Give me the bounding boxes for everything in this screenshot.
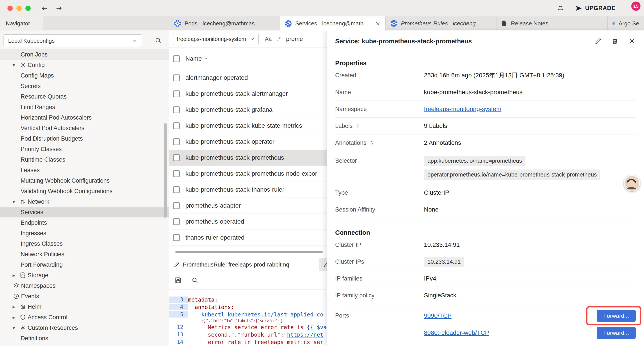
chevron-right-icon[interactable]: ▸ bbox=[10, 272, 18, 278]
horizontal-scrollbar[interactable] bbox=[175, 251, 323, 253]
delete-trash-icon[interactable] bbox=[612, 38, 618, 44]
sidebar-item-config-maps[interactable]: Config Maps bbox=[0, 70, 169, 81]
sidebar-item-horizontal-pod-autoscalers[interactable]: Horizontal Pod Autoscalers bbox=[0, 112, 169, 123]
yaml-editor[interactable]: 3 metadata: 4 annotations: 5 kubectl.kub… bbox=[169, 289, 326, 346]
close-window-button[interactable] bbox=[8, 6, 13, 11]
row-checkbox[interactable] bbox=[173, 186, 180, 193]
sidebar-item-ingresses[interactable]: Ingresses bbox=[0, 228, 169, 239]
kubernetes-icon bbox=[390, 20, 398, 27]
tab-pods[interactable]: Pods - icecheng@mathmas... bbox=[169, 16, 280, 30]
service-row[interactable]: prometheus-adapter bbox=[169, 198, 326, 214]
row-checkbox[interactable] bbox=[173, 122, 180, 129]
sidebar-item-endpoints[interactable]: Endpoints bbox=[0, 217, 169, 228]
edit-pencil-icon[interactable] bbox=[595, 38, 602, 44]
tab-prometheus-rules[interactable]: Prometheus Rules - icecheng... bbox=[386, 16, 496, 30]
service-row[interactable]: kube-prometheus-stack-kube-state-metrics bbox=[169, 118, 326, 134]
expand-updown-icon[interactable] bbox=[369, 140, 374, 145]
sidebar-item-network[interactable]: ▾ Network bbox=[0, 196, 169, 207]
save-icon[interactable] bbox=[174, 277, 182, 284]
notifications-bell-icon[interactable] bbox=[557, 5, 564, 12]
sidebar-item-priority-classes[interactable]: Priority Classes bbox=[0, 144, 169, 154]
sidebar-scrollbar[interactable] bbox=[164, 123, 166, 218]
sidebar-item-services[interactable]: Services bbox=[0, 207, 169, 217]
row-checkbox[interactable] bbox=[173, 202, 180, 209]
close-icon[interactable] bbox=[628, 37, 636, 45]
editor-tab-prometheusrule[interactable]: PrometheusRule: freeleaps-prod-rabbitmq bbox=[169, 258, 319, 271]
chevron-right-icon[interactable]: ▸ bbox=[10, 304, 18, 310]
row-checkbox[interactable] bbox=[173, 138, 180, 145]
row-checkbox[interactable] bbox=[173, 90, 180, 97]
search-input[interactable]: prome bbox=[286, 36, 303, 42]
list-search-box: Aa .* prome bbox=[265, 36, 323, 42]
sidebar-item-access-control[interactable]: ▸ Access Control bbox=[0, 312, 169, 323]
forward-button-8080[interactable]: Forward... bbox=[597, 327, 636, 339]
match-case-toggle[interactable]: Aa bbox=[265, 36, 272, 42]
editor-tab-bar: PrometheusRule: freeleaps-prod-rabbitmq bbox=[169, 258, 326, 271]
sidebar-item-network-policies[interactable]: Network Policies bbox=[0, 249, 169, 260]
port-link-9090[interactable]: 9090/TCP bbox=[424, 312, 452, 319]
service-row[interactable]: prometheus-operated bbox=[169, 214, 326, 230]
service-row[interactable]: kube-prometheus-stack-alertmanager bbox=[169, 86, 326, 102]
service-row[interactable]: kube-prometheus-stack-grafana bbox=[169, 102, 326, 118]
sidebar-item-vertical-pod-autoscalers[interactable]: Vertical Pod Autoscalers bbox=[0, 123, 169, 133]
editor-tab-partial[interactable] bbox=[319, 258, 326, 271]
port-link-8080[interactable]: 8080:reloader-web/TCP bbox=[424, 329, 489, 336]
tab-label: Services - icecheng@math... bbox=[295, 20, 368, 27]
tab-release-notes[interactable]: Release Notes bbox=[496, 16, 608, 30]
row-checkbox[interactable] bbox=[173, 170, 180, 177]
tab-close-icon[interactable] bbox=[375, 21, 380, 26]
editor-search-icon[interactable] bbox=[192, 277, 198, 284]
namespace-link[interactable]: freeleaps-monitoring-system bbox=[424, 106, 501, 113]
sidebar-item-pod-disruption-budgets[interactable]: Pod Disruption Budgets bbox=[0, 133, 169, 144]
user-avatar[interactable] bbox=[624, 175, 640, 191]
sidebar-item-ingress-classes[interactable]: Ingress Classes bbox=[0, 239, 169, 249]
sidebar-item-namespaces[interactable]: Namespaces bbox=[0, 281, 169, 291]
service-row[interactable]: kube-prometheus-stack-operator bbox=[169, 134, 326, 150]
name-column-header[interactable]: Name bbox=[186, 55, 208, 62]
sidebar-search-icon[interactable] bbox=[155, 37, 162, 44]
sidebar-item-events[interactable]: Events bbox=[0, 291, 169, 302]
regex-toggle[interactable]: .* bbox=[277, 36, 281, 42]
chevron-down-icon[interactable]: ▾ bbox=[10, 62, 18, 68]
row-checkbox[interactable] bbox=[173, 106, 180, 113]
sidebar-item-definitions[interactable]: Definitions bbox=[0, 333, 169, 344]
back-arrow-icon[interactable] bbox=[41, 5, 48, 11]
chevron-down-icon[interactable]: ▾ bbox=[10, 325, 18, 331]
tab-services[interactable]: Services - icecheng@math... bbox=[280, 16, 386, 31]
select-all-checkbox[interactable] bbox=[173, 55, 180, 62]
service-row-selected[interactable]: kube-prometheus-stack-prometheus bbox=[169, 150, 326, 166]
service-row[interactable]: alertmanager-operated bbox=[169, 70, 326, 86]
sidebar-item-config[interactable]: ▾ Config bbox=[0, 60, 169, 70]
minimize-window-button[interactable] bbox=[16, 6, 22, 11]
row-checkbox[interactable] bbox=[173, 218, 180, 225]
expand-updown-icon[interactable] bbox=[355, 123, 360, 129]
sidebar-item-runtime-classes[interactable]: Runtime Classes bbox=[0, 154, 169, 165]
upgrade-button[interactable]: UPGRADE bbox=[576, 5, 616, 11]
forward-button-9090[interactable]: Forward... bbox=[597, 310, 636, 322]
sidebar-item-storage[interactable]: ▸ Storage bbox=[0, 270, 169, 281]
service-row[interactable]: kube-prometheus-stack-thanos-ruler bbox=[169, 182, 326, 198]
sidebar-item-leases[interactable]: Leases bbox=[0, 165, 169, 175]
service-row[interactable]: thanos-ruler-operated bbox=[169, 230, 326, 246]
maximize-window-button[interactable] bbox=[26, 6, 31, 11]
forward-arrow-icon[interactable] bbox=[56, 5, 62, 11]
row-checkbox[interactable] bbox=[173, 234, 180, 241]
kubeconfig-selector[interactable]: Local Kubeconfigs bbox=[4, 34, 142, 47]
sidebar-item-port-forwarding[interactable]: Port Forwarding bbox=[0, 260, 169, 270]
chevron-down-icon[interactable]: ▾ bbox=[10, 199, 18, 205]
sidebar-item-resource-quotas[interactable]: Resource Quotas bbox=[0, 91, 169, 102]
sidebar-item-helm[interactable]: ▸ Helm bbox=[0, 302, 169, 312]
service-row[interactable]: kube-prometheus-stack-prometheus-node-ex… bbox=[169, 166, 326, 182]
chevron-right-icon[interactable]: ▸ bbox=[10, 315, 18, 320]
namespace-selector[interactable]: freeleaps-monitoring-system bbox=[173, 33, 259, 45]
sidebar-item-validating-webhook-configurations[interactable]: Validating Webhook Configurations bbox=[0, 186, 169, 196]
sidebar-item-cron-jobs[interactable]: Cron Jobs bbox=[0, 49, 169, 60]
notification-count-badge[interactable]: 15 bbox=[631, 1, 640, 11]
sidebar-item-custom-resources[interactable]: ▾ Custom Resources bbox=[0, 323, 169, 333]
row-checkbox[interactable] bbox=[173, 154, 180, 161]
sidebar-item-limit-ranges[interactable]: Limit Ranges bbox=[0, 102, 169, 112]
tab-argo[interactable]: Argo Se bbox=[608, 16, 644, 30]
row-checkbox[interactable] bbox=[173, 74, 180, 81]
sidebar-item-secrets[interactable]: Secrets bbox=[0, 81, 169, 91]
sidebar-item-mutating-webhook-configurations[interactable]: Mutating Webhook Configurations bbox=[0, 175, 169, 186]
